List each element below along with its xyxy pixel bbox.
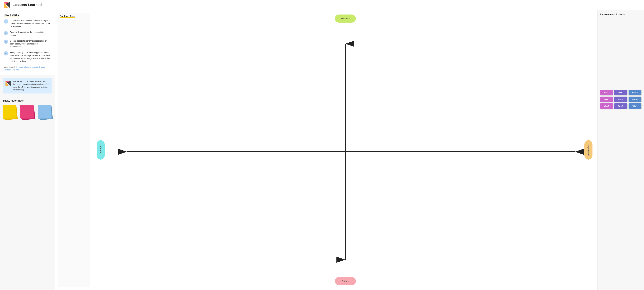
action-card-0[interactable]: What? [600, 90, 613, 95]
action-card-5[interactable]: When? [628, 97, 642, 102]
action-card-6[interactable]: Who? [600, 103, 613, 109]
diagram-area: Success Failure Planned Unplanned [94, 10, 597, 290]
unplanned-label: Unplanned [584, 140, 592, 160]
step-2: 2 Bring the lessons from the backlog to … [4, 31, 51, 37]
step-4: 4 Every Time a good action is suggested … [4, 51, 51, 63]
step-number-2: 2 [4, 31, 8, 35]
invite-logo-icon [5, 80, 11, 87]
failure-label: Failure [335, 277, 356, 285]
how-it-works-title: How it works [4, 14, 51, 16]
success-label: Success [335, 15, 356, 23]
improvement-card-grid: What?What?What?When?When?When?Who?Who?Wh… [600, 90, 642, 109]
right-panel: Improvement Actions What?What?What?When?… [597, 10, 644, 290]
action-card-8[interactable]: Who? [628, 103, 642, 109]
invite-text: Get the full Conceptboard experience by … [13, 80, 50, 91]
header: Lessons Learned [0, 0, 644, 10]
action-card-1[interactable]: What? [614, 90, 627, 95]
app-title: Lessons Learned [12, 3, 42, 7]
step-text-4: Every Time a good action is suggested by… [10, 51, 51, 63]
improvement-title: Improvement Actions [600, 13, 642, 16]
action-card-4[interactable]: When? [614, 97, 627, 102]
backlog-label: Backlog Area [60, 15, 75, 18]
pink-sticky-pile[interactable] [20, 105, 34, 119]
app-logo [3, 1, 10, 9]
action-card-3[interactable]: When? [600, 97, 613, 102]
step-text-1: Gather your team and use the stickies to… [10, 19, 51, 28]
yellow-sticky-pile[interactable] [2, 105, 17, 119]
left-panel: How it works 1 Gather your team and use … [0, 10, 55, 290]
step-number-4: 4 [4, 51, 8, 56]
action-card-7[interactable]: Who? [614, 103, 627, 109]
planned-label: Planned [96, 140, 105, 160]
step-text-2: Bring the lessons from the backlog to th… [10, 31, 51, 37]
step-text-3: Open a debate to identify the root cause… [10, 40, 51, 48]
backlog-area: Backlog Area [58, 13, 90, 287]
step-number-3: 3 [4, 40, 8, 44]
main-canvas: Backlog Area [55, 10, 597, 290]
step-3: 3 Open a debate to identify the root cau… [4, 40, 51, 48]
sticky-stash-section: Sticky Note Stash [0, 96, 54, 123]
invite-box: Get the full Conceptboard experience by … [2, 78, 52, 94]
axes-svg [94, 10, 597, 290]
action-card-2[interactable]: What? [628, 90, 642, 95]
sticky-stash-title: Sticky Note Stash [2, 99, 52, 102]
step-number-1: 1 [4, 19, 8, 24]
sticky-piles [2, 105, 52, 119]
how-it-works-section: How it works 1 Gather your team and use … [0, 10, 54, 75]
blue-sticky-pile[interactable] [38, 105, 52, 119]
step-1: 1 Gather your team and use the stickies … [4, 19, 51, 28]
learn-more: Learn more at The lessons learned templa… [4, 66, 51, 71]
